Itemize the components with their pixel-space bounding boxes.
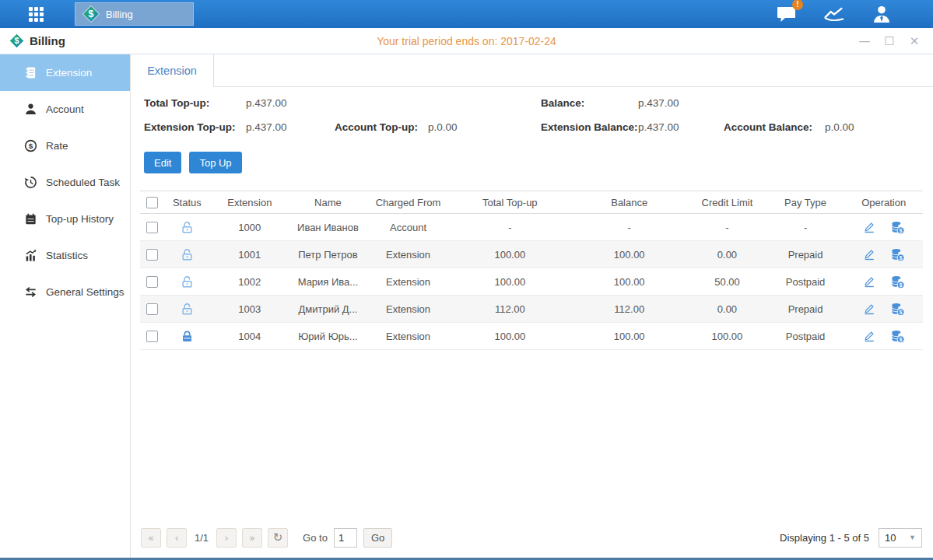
edit-button[interactable]: Edit [144, 152, 181, 173]
topup-coins-icon[interactable] [890, 247, 905, 262]
tab-extension[interactable]: Extension [131, 54, 214, 87]
page-indicator: 1/1 [195, 532, 209, 544]
sidebar-item-general-settings[interactable]: General Settings [0, 274, 130, 310]
refresh-icon[interactable]: ↻ [268, 528, 288, 548]
main-content: Extension Total Top-up: p.437.00 Balance… [131, 54, 933, 558]
balance-cell: 100.00 [570, 323, 688, 350]
row-checkbox[interactable] [146, 276, 158, 288]
unlocked-icon [181, 221, 194, 234]
goto-page-input[interactable] [334, 528, 357, 548]
page-size-select[interactable]: 10 ▼ [879, 528, 922, 548]
minimize-button[interactable]: — [858, 35, 871, 47]
total-topup-cell: - [449, 214, 570, 241]
edit-pencil-icon[interactable] [862, 247, 876, 261]
row-checkbox[interactable] [146, 303, 158, 315]
pagination-bar: « ‹ 1/1 › » ↻ Go to Go Displaying 1 - 5 … [131, 522, 933, 558]
charged-from-cell: Extension [367, 268, 450, 296]
table-row: 1003 Дмитрий Д... Extension 112.00 112.0… [140, 296, 923, 323]
edit-pencil-icon[interactable] [862, 275, 876, 289]
billing-app-window: Billing ! [0, 0, 933, 560]
extension-cell: 1004 [211, 323, 289, 350]
extension-balance-value: p.437.00 [638, 121, 679, 133]
sidebar-item-label: Extension [46, 67, 92, 79]
sidebar-item-label: Account [46, 103, 84, 115]
sidebar-item-account[interactable]: Account [0, 91, 130, 128]
status-cell [163, 296, 210, 323]
app-launcher-grid-icon[interactable] [29, 7, 44, 22]
close-button[interactable]: ✕ [908, 35, 921, 47]
maximize-button[interactable]: ☐ [883, 35, 896, 47]
table-header-row: Status Extension Name Charged From Total… [140, 191, 923, 214]
settings-arrows-icon [24, 285, 37, 299]
status-cell [163, 323, 210, 350]
row-checkbox[interactable] [146, 331, 158, 342]
total-topup-label: Total Top-up: [144, 97, 209, 109]
account-balance-label: Account Balance: [724, 121, 812, 133]
edit-pencil-icon[interactable] [862, 302, 876, 316]
table-row: 1002 Мария Ива... Extension 100.00 100.0… [140, 268, 923, 296]
total-topup-cell: 100.00 [449, 323, 570, 350]
balance-label: Balance: [541, 97, 584, 109]
col-status: Status [163, 191, 210, 214]
tab-strip: Extension [131, 54, 933, 87]
next-page-button[interactable]: › [216, 528, 237, 548]
charged-from-cell: Extension [367, 241, 450, 268]
dollar-coin-icon: $ [24, 139, 37, 152]
top-up-button[interactable]: Top Up [189, 152, 241, 173]
select-all-checkbox[interactable] [146, 197, 158, 208]
prev-page-button[interactable]: ‹ [167, 528, 187, 548]
col-pay-type: Pay Type [766, 191, 845, 214]
history-clock-icon [24, 176, 37, 189]
ledger-icon [24, 66, 37, 79]
account-topup-value: p.0.00 [428, 121, 458, 133]
reports-chart-icon[interactable] [823, 4, 845, 24]
goto-label: Go to [303, 532, 328, 544]
charged-from-cell: Extension [367, 323, 450, 350]
balance-cell: - [570, 214, 688, 241]
extension-topup-label: Extension Top-up: [144, 121, 236, 133]
edit-pencil-icon[interactable] [862, 220, 876, 234]
sidebar-item-rate[interactable]: $ Rate [0, 128, 130, 164]
extension-cell: 1001 [211, 241, 289, 268]
taskbar-billing-tab[interactable]: Billing [75, 2, 194, 26]
table-row: 1001 Петр Петров Extension 100.00 100.00… [140, 241, 923, 268]
col-name: Name [289, 191, 367, 214]
last-page-button[interactable]: » [242, 528, 262, 548]
credit-limit-cell: - [688, 214, 766, 241]
row-checkbox[interactable] [146, 249, 158, 261]
unlocked-icon [181, 248, 194, 261]
page-size-value: 10 [885, 532, 896, 544]
topup-coins-icon[interactable] [890, 220, 905, 235]
user-icon [872, 5, 892, 24]
sidebar-item-label: General Settings [46, 286, 125, 298]
topup-coins-icon[interactable] [890, 329, 905, 344]
pay-type-cell: Postpaid [766, 323, 845, 350]
go-button[interactable]: Go [363, 528, 392, 548]
total-topup-value: p.437.00 [246, 97, 287, 109]
table-row: 1000 Иван Иванов Account - - - - [140, 214, 923, 241]
topup-coins-icon[interactable] [890, 275, 905, 289]
account-user-icon[interactable] [871, 4, 893, 24]
balance-cell: 100.00 [570, 268, 688, 296]
row-checkbox[interactable] [146, 222, 158, 233]
sidebar-item-scheduled-task[interactable]: Scheduled Task [0, 164, 130, 201]
action-buttons: Edit Top Up [131, 152, 933, 173]
topup-coins-icon[interactable] [890, 302, 905, 317]
notification-badge: ! [792, 0, 803, 10]
edit-pencil-icon[interactable] [862, 329, 876, 343]
trial-notice: Your trial period ends on: 2017-02-24 [0, 35, 933, 47]
sidebar-item-topup-history[interactable]: Top-up History [0, 201, 130, 237]
extension-topup-value: p.437.00 [246, 121, 287, 133]
sidebar-item-statistics[interactable]: Statistics [0, 237, 130, 274]
col-credit-limit: Credit Limit [688, 191, 766, 214]
col-operation: Operation [844, 191, 923, 214]
notifications-chat-icon[interactable]: ! [776, 4, 798, 24]
first-page-button[interactable]: « [141, 528, 161, 548]
calendar-icon [24, 212, 37, 226]
charged-from-cell: Extension [367, 296, 450, 323]
extension-cell: 1002 [211, 268, 289, 296]
sidebar-item-label: Scheduled Task [46, 177, 120, 188]
balance-cell: 100.00 [570, 241, 688, 268]
sidebar-item-extension[interactable]: Extension [0, 54, 130, 91]
window-titlebar: Billing Your trial period ends on: 2017-… [0, 28, 933, 54]
